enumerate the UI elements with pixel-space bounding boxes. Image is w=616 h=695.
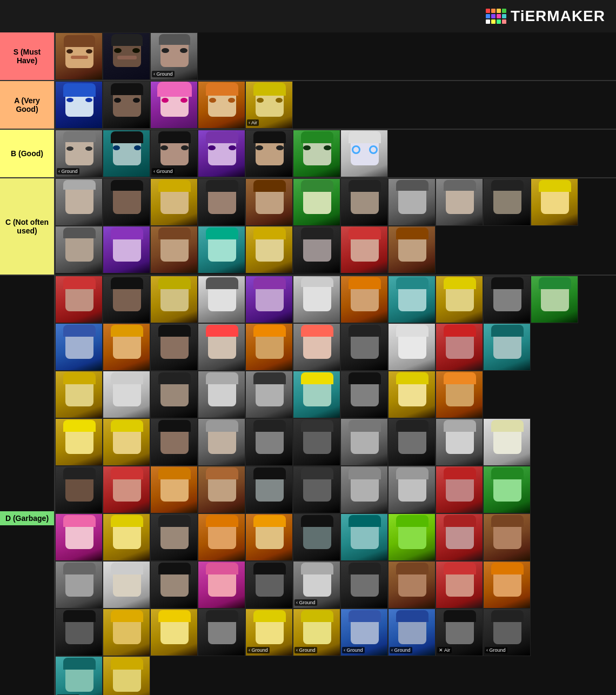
avatar[interactable] xyxy=(103,609,150,656)
avatar[interactable] xyxy=(55,276,103,323)
avatar[interactable] xyxy=(340,276,388,323)
avatar[interactable] xyxy=(198,466,245,513)
avatar[interactable] xyxy=(293,178,340,226)
avatar[interactable] xyxy=(388,466,436,513)
avatar[interactable] xyxy=(55,323,103,371)
avatar[interactable] xyxy=(483,561,531,609)
avatar[interactable] xyxy=(198,276,245,323)
avatar[interactable] xyxy=(388,178,436,226)
avatar[interactable]: ‹ Ground xyxy=(340,609,388,656)
avatar[interactable] xyxy=(150,561,198,609)
avatar[interactable] xyxy=(293,323,340,371)
avatar[interactable] xyxy=(483,418,531,466)
avatar[interactable] xyxy=(293,226,340,273)
avatar[interactable] xyxy=(483,466,531,513)
avatar[interactable]: ‹ Ground xyxy=(55,130,103,177)
avatar[interactable] xyxy=(103,513,150,561)
avatar[interactable] xyxy=(245,561,293,609)
avatar[interactable] xyxy=(245,276,293,323)
avatar[interactable]: ‹ Ground xyxy=(150,130,198,177)
avatar[interactable] xyxy=(483,323,531,371)
avatar[interactable] xyxy=(103,130,150,177)
avatar[interactable] xyxy=(436,323,483,371)
avatar[interactable] xyxy=(388,276,436,323)
avatar[interactable] xyxy=(340,513,388,561)
avatar[interactable] xyxy=(198,371,245,418)
avatar[interactable] xyxy=(103,81,150,129)
avatar[interactable] xyxy=(198,418,245,466)
avatar[interactable] xyxy=(245,418,293,466)
avatar[interactable] xyxy=(198,226,245,273)
avatar[interactable] xyxy=(293,418,340,466)
avatar[interactable] xyxy=(198,609,245,656)
avatar[interactable] xyxy=(55,609,103,656)
avatar[interactable] xyxy=(198,513,245,561)
avatar[interactable] xyxy=(483,178,531,226)
avatar[interactable] xyxy=(388,371,436,418)
avatar[interactable] xyxy=(150,81,198,129)
avatar[interactable] xyxy=(483,513,531,561)
avatar[interactable] xyxy=(103,371,150,418)
avatar[interactable] xyxy=(340,226,388,273)
avatar[interactable] xyxy=(388,323,436,371)
avatar[interactable] xyxy=(436,513,483,561)
avatar[interactable] xyxy=(340,466,388,513)
avatar[interactable] xyxy=(436,466,483,513)
avatar[interactable] xyxy=(150,418,198,466)
avatar[interactable]: ‹ Ground xyxy=(55,656,103,695)
avatar[interactable] xyxy=(293,130,340,177)
avatar[interactable] xyxy=(436,371,483,418)
avatar[interactable] xyxy=(388,418,436,466)
avatar[interactable] xyxy=(55,418,103,466)
avatar[interactable] xyxy=(245,178,293,226)
avatar[interactable] xyxy=(55,81,103,129)
avatar[interactable] xyxy=(55,513,103,561)
avatar[interactable] xyxy=(483,276,531,323)
avatar[interactable] xyxy=(103,323,150,371)
avatar[interactable] xyxy=(150,513,198,561)
avatar[interactable] xyxy=(150,466,198,513)
avatar[interactable] xyxy=(150,178,198,226)
avatar[interactable] xyxy=(55,178,103,226)
avatar[interactable] xyxy=(150,226,198,273)
avatar[interactable] xyxy=(103,276,150,323)
avatar[interactable] xyxy=(340,130,388,177)
avatar[interactable] xyxy=(150,323,198,371)
avatar[interactable] xyxy=(436,561,483,609)
avatar[interactable] xyxy=(293,276,340,323)
avatar[interactable] xyxy=(340,418,388,466)
avatar[interactable] xyxy=(436,418,483,466)
avatar[interactable] xyxy=(103,561,150,609)
avatar[interactable] xyxy=(388,226,436,273)
avatar[interactable] xyxy=(340,561,388,609)
avatar[interactable] xyxy=(103,32,150,80)
avatar[interactable] xyxy=(55,226,103,273)
avatar[interactable] xyxy=(103,178,150,226)
avatar[interactable] xyxy=(340,178,388,226)
avatar[interactable] xyxy=(198,561,245,609)
avatar[interactable] xyxy=(55,466,103,513)
avatar[interactable] xyxy=(293,513,340,561)
avatar[interactable] xyxy=(55,561,103,609)
avatar[interactable] xyxy=(245,323,293,371)
avatar[interactable]: ‹ Ground xyxy=(293,609,340,656)
avatar[interactable] xyxy=(293,466,340,513)
avatar[interactable] xyxy=(245,513,293,561)
avatar[interactable] xyxy=(150,276,198,323)
avatar[interactable] xyxy=(436,276,483,323)
avatar[interactable] xyxy=(388,513,436,561)
avatar[interactable] xyxy=(436,178,483,226)
avatar[interactable] xyxy=(531,178,578,226)
avatar[interactable] xyxy=(150,371,198,418)
avatar[interactable] xyxy=(55,371,103,418)
avatar[interactable] xyxy=(531,276,578,323)
avatar[interactable] xyxy=(245,130,293,177)
avatar[interactable] xyxy=(198,178,245,226)
avatar[interactable]: ‹ Ground xyxy=(388,609,436,656)
avatar[interactable] xyxy=(103,418,150,466)
avatar[interactable] xyxy=(245,371,293,418)
avatar[interactable] xyxy=(245,226,293,273)
avatar[interactable] xyxy=(245,466,293,513)
avatar[interactable] xyxy=(340,371,388,418)
avatar[interactable]: ✕ Air xyxy=(436,609,483,656)
